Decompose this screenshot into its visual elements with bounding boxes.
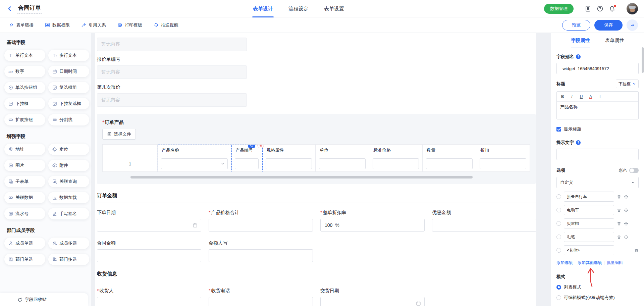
field-type-extend-button[interactable]: 扩展按钮 — [4, 114, 45, 125]
checkbox-checked-icon[interactable] — [556, 127, 561, 132]
option-source-select[interactable]: 自定义 — [556, 177, 639, 188]
column-header-unit[interactable]: 单位 — [316, 145, 369, 156]
tab-form-design[interactable]: 表单设计 — [248, 0, 278, 17]
push-reminder-button[interactable]: 推送提醒 — [154, 22, 178, 28]
product-code-input[interactable] — [235, 158, 259, 169]
field-type-checkbox-group[interactable]: 复选框组 — [48, 82, 89, 93]
product-name-select[interactable] — [161, 158, 228, 169]
field-type-image[interactable]: 图片 — [4, 160, 45, 171]
receiver-input[interactable] — [97, 297, 201, 306]
mode-list-option[interactable]: 列表模式 — [556, 284, 639, 290]
add-other-option-link[interactable]: 添加其他选项 — [578, 260, 602, 266]
print-template-button[interactable]: 打印模版 — [117, 22, 142, 28]
delete-widget-button[interactable] — [257, 144, 264, 148]
option-input[interactable] — [564, 205, 614, 215]
column-header-discount[interactable]: 折扣 — [476, 145, 530, 156]
option-radio[interactable] — [556, 248, 561, 253]
delete-option-button[interactable] — [617, 221, 621, 226]
radio-icon[interactable] — [556, 295, 561, 300]
notification-bell-icon[interactable] — [609, 5, 615, 12]
option-radio[interactable] — [556, 235, 561, 239]
help-icon[interactable] — [597, 5, 603, 12]
widget-type-select[interactable]: 下拉框 — [616, 80, 639, 88]
data-permission-button[interactable]: 数据权限 — [45, 22, 70, 28]
subform-order-products[interactable]: *订单产品 选择文件 产品名称 产品编号 规格属性 单位 标准价格 — [97, 114, 536, 184]
delete-option-button[interactable] — [617, 195, 621, 199]
field-type-member-single[interactable]: 成员单选 — [4, 238, 45, 249]
quote-round-input[interactable]: 暂无内容 — [97, 93, 247, 107]
option-input[interactable] — [564, 192, 614, 202]
tab-form-setting[interactable]: 表单设置 — [319, 0, 349, 17]
field-type-serial-number[interactable]: 流水号 — [4, 208, 45, 219]
help-icon[interactable]: ? — [576, 54, 581, 59]
radio-checked-icon[interactable] — [556, 285, 561, 290]
add-option-link[interactable]: 添加选项 — [556, 260, 573, 266]
user-avatar[interactable] — [627, 3, 638, 14]
column-header-subtotal[interactable]: 小计 — [530, 145, 530, 156]
option-radio[interactable] — [556, 221, 561, 226]
tab-flow-setting[interactable]: 流程设定 — [284, 0, 313, 17]
subform-horizontal-scrollbar[interactable] — [130, 176, 473, 178]
order-date-input[interactable] — [97, 219, 201, 232]
data-manage-button[interactable]: 数据管理 — [544, 4, 574, 14]
title-value[interactable]: 产品名称 — [557, 102, 638, 119]
column-header-quantity[interactable]: 数量 — [423, 145, 476, 156]
field-type-attachment[interactable]: 附件 — [48, 160, 89, 171]
color-toggle[interactable] — [629, 168, 639, 173]
tab-field-properties[interactable]: 字段属性 — [571, 33, 590, 48]
std-price-input[interactable] — [373, 158, 419, 169]
quote-number-input[interactable]: 暂无内容 — [97, 65, 247, 79]
field-type-address[interactable]: 地址 — [4, 144, 45, 155]
field-type-subform[interactable]: 子表单 — [4, 176, 45, 187]
readonly-field-input[interactable]: 暂无内容 — [97, 38, 247, 51]
drag-option-handle[interactable] — [624, 208, 628, 212]
phone-input[interactable] — [209, 297, 313, 306]
delete-option-button[interactable] — [634, 248, 639, 253]
delete-option-button[interactable] — [617, 208, 621, 212]
quantity-input[interactable] — [426, 158, 473, 169]
field-type-radio-group[interactable]: 单选按钮组 — [4, 82, 45, 93]
discount-input[interactable] — [480, 158, 526, 169]
delete-option-button[interactable] — [617, 235, 621, 239]
option-input[interactable] — [564, 232, 614, 242]
field-alias-input[interactable] — [556, 63, 639, 74]
field-type-single-line-text[interactable]: 单行文本 — [4, 50, 45, 61]
field-type-locate[interactable]: 定位 — [48, 144, 89, 155]
field-type-divider[interactable]: 分割线 — [48, 114, 89, 125]
field-type-dropdown-multi[interactable]: 下拉复选框 — [48, 98, 89, 109]
field-type-linked-data[interactable]: 关联数据 — [4, 192, 45, 203]
underline-button[interactable]: U — [579, 94, 584, 99]
field-type-linked-query[interactable]: 关联查询 — [48, 176, 89, 187]
hint-input[interactable] — [556, 149, 639, 160]
preview-button[interactable]: 预览 — [562, 20, 590, 31]
batch-edit-link[interactable]: 批量编辑 — [607, 260, 623, 266]
field-type-number[interactable]: 123数字 — [4, 66, 45, 77]
spec-input[interactable] — [266, 158, 312, 169]
amount-words-input[interactable] — [209, 249, 313, 262]
italic-button[interactable]: I — [570, 94, 574, 99]
field-type-member-multi[interactable]: 成员多选 — [48, 238, 89, 249]
coupon-input[interactable] — [432, 219, 536, 232]
drag-option-handle[interactable] — [624, 235, 628, 239]
delivery-date-input[interactable] — [320, 297, 425, 306]
option-radio[interactable] — [556, 208, 561, 212]
field-type-dept-single[interactable]: 部门单选 — [4, 254, 45, 265]
field-type-signature[interactable]: 手写签名 — [48, 208, 89, 219]
bold-button[interactable]: B — [560, 94, 565, 99]
unit-input[interactable] — [319, 158, 366, 169]
column-header-product-name[interactable]: 产品名称 — [158, 145, 231, 156]
mode-editable-option[interactable]: 可编辑模式(仅移动端有效) — [556, 295, 639, 301]
field-recycle-bin[interactable]: 字段回收站 — [0, 293, 88, 306]
option-other-input[interactable] — [564, 245, 614, 255]
title-rich-editor[interactable]: B I U A T 产品名称 — [556, 91, 639, 119]
column-header-spec[interactable]: 规格属性 — [262, 145, 316, 156]
page-title[interactable]: 合同订单 — [17, 3, 42, 14]
font-color-button[interactable]: A — [588, 94, 593, 99]
share-button[interactable] — [627, 19, 638, 31]
choose-file-button[interactable]: 选择文件 — [102, 129, 136, 140]
contract-amount-input[interactable] — [97, 249, 201, 262]
copy-widget-button[interactable] — [248, 144, 255, 148]
help-icon[interactable]: ? — [576, 140, 581, 145]
field-type-dropdown[interactable]: 下拉框 — [4, 98, 45, 109]
reference-relation-button[interactable]: 引用关系 — [81, 22, 106, 28]
